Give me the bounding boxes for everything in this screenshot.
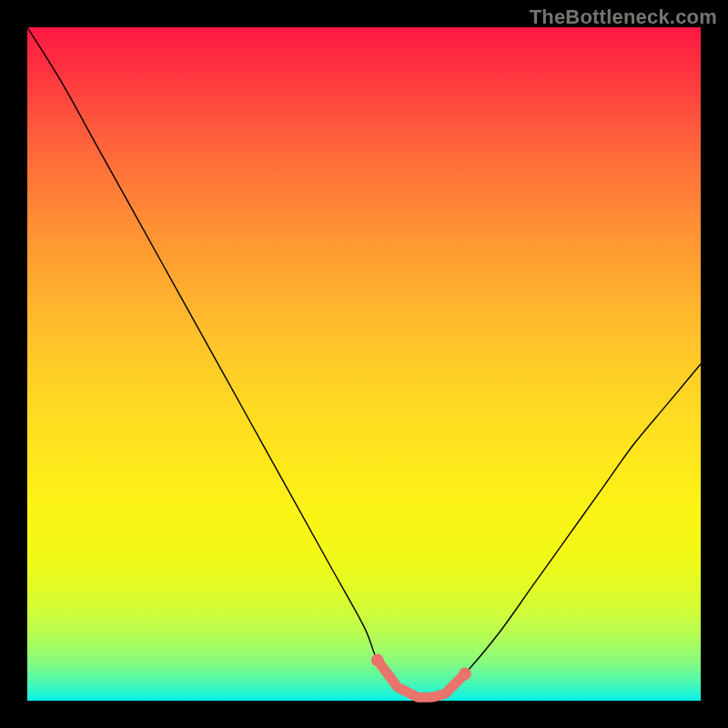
accent-dot-left <box>371 654 384 667</box>
curve-layer <box>27 27 701 701</box>
plot-area <box>27 27 701 701</box>
accent-dot-right <box>459 667 471 680</box>
bottleneck-curve <box>27 27 701 698</box>
attribution-label: TheBottleneck.com <box>530 5 717 29</box>
accent-segment <box>378 661 465 698</box>
chart-container: TheBottleneck.com <box>0 0 728 728</box>
